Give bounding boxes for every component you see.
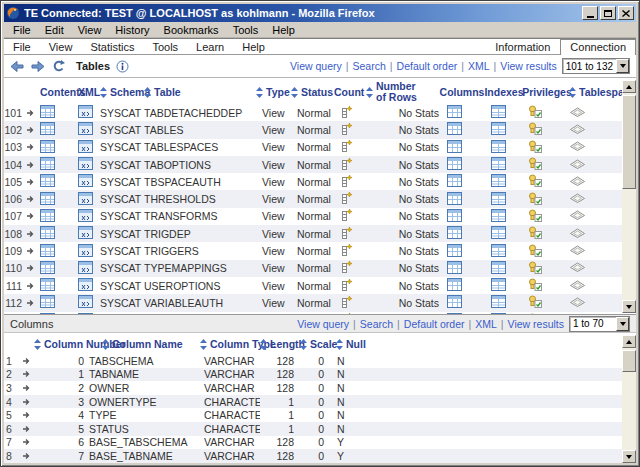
count-icon[interactable] (334, 192, 366, 206)
columns-icon[interactable] (441, 122, 483, 137)
contents-icon[interactable] (38, 209, 78, 224)
sort-icon[interactable] (300, 339, 307, 350)
count-icon[interactable] (334, 244, 366, 258)
xml-icon[interactable] (78, 192, 100, 207)
row-open-arrow-icon[interactable] (22, 107, 38, 119)
count-icon[interactable] (334, 175, 366, 189)
indexes-icon[interactable] (483, 209, 525, 224)
column-header[interactable]: Count (334, 86, 366, 98)
row-open-arrow-icon[interactable] (18, 409, 34, 421)
privileges-icon[interactable] (525, 192, 569, 207)
row-open-arrow-icon[interactable] (18, 355, 34, 367)
dropdown-button[interactable] (616, 59, 629, 73)
indexes-icon[interactable] (483, 122, 525, 137)
indexes-icon[interactable] (483, 244, 525, 259)
tablespace-icon[interactable] (569, 279, 626, 293)
count-icon[interactable] (334, 209, 366, 223)
column-header[interactable]: Column Name (102, 338, 200, 350)
column-header[interactable]: Tablespace (569, 86, 626, 98)
count-icon[interactable] (334, 261, 366, 275)
privileges-icon[interactable] (525, 295, 569, 310)
app-menu-item[interactable]: File (4, 40, 40, 54)
scrollbar-thumb[interactable] (622, 95, 636, 189)
app-menu-item[interactable]: View (40, 40, 82, 54)
row-open-arrow-icon[interactable] (22, 245, 38, 257)
column-header[interactable]: Scale (300, 338, 336, 350)
table-row[interactable]: 105 SYSCAT TBSPACEAUTH View N (4, 173, 626, 190)
scrollbar-thumb[interactable] (622, 350, 636, 372)
row-open-arrow-icon[interactable] (18, 436, 34, 448)
tablespace-icon[interactable] (569, 227, 626, 241)
xml-icon[interactable] (78, 209, 100, 224)
xml-icon[interactable] (78, 261, 100, 276)
sort-icon[interactable] (291, 87, 298, 98)
privileges-icon[interactable] (525, 174, 569, 189)
contents-icon[interactable] (38, 174, 78, 189)
columns-icon[interactable] (441, 244, 483, 259)
row-open-arrow-icon[interactable] (18, 382, 34, 394)
row-open-arrow-icon[interactable] (18, 396, 34, 408)
columns-icon[interactable] (441, 278, 483, 293)
columns-icon[interactable] (441, 226, 483, 241)
columns-icon[interactable] (441, 174, 483, 189)
column-header[interactable]: Indexes (483, 86, 525, 98)
action-link[interactable]: Default order (404, 318, 475, 330)
browser-menu-item[interactable]: Help (265, 23, 302, 37)
count-icon[interactable] (334, 296, 366, 310)
xml-icon[interactable] (78, 174, 100, 189)
back-button[interactable] (10, 61, 24, 72)
table-row[interactable]: 112 SYSCAT VARIABLEAUTH View (4, 294, 626, 311)
column-header[interactable]: Column Number (34, 338, 102, 350)
column-header[interactable]: XML (78, 86, 100, 98)
action-link[interactable]: Search (353, 60, 397, 72)
maximize-button[interactable] (600, 6, 616, 20)
table-row[interactable]: 111 SYSCAT USEROPTIONS View N (4, 277, 626, 294)
tablespace-icon[interactable] (569, 261, 626, 275)
contents-icon[interactable] (38, 295, 78, 310)
count-icon[interactable] (334, 123, 366, 137)
row-open-arrow-icon[interactable] (22, 176, 38, 188)
tablespace-icon[interactable] (569, 106, 626, 120)
table-row[interactable]: 107 SYSCAT TRANSFORMS View No (4, 208, 626, 225)
app-menu-item[interactable]: Tools (143, 40, 187, 54)
xml-icon[interactable] (78, 226, 100, 241)
row-open-arrow-icon[interactable] (22, 297, 38, 309)
count-icon[interactable] (334, 227, 366, 241)
browser-menu-item[interactable]: Edit (38, 23, 71, 37)
row-open-arrow-icon[interactable] (18, 368, 34, 380)
column-header[interactable]: Type (256, 86, 291, 98)
scroll-down-button[interactable] (622, 450, 636, 463)
table-row[interactable]: 101 SYSCAT TABDETACHEDDEP View (4, 104, 626, 121)
column-header[interactable]: Status (291, 86, 334, 98)
table-row[interactable]: 106 SYSCAT THRESHOLDS View No (4, 190, 626, 207)
contents-icon[interactable] (38, 105, 78, 120)
column-header[interactable]: Column Type (200, 338, 260, 350)
indexes-icon[interactable] (483, 295, 525, 310)
browser-menu-item[interactable]: History (108, 23, 156, 37)
column-row[interactable]: 7 6 BASE_TABSCHEMA VARCHAR 128 0 Y (4, 436, 626, 450)
xml-icon[interactable] (78, 122, 100, 137)
indexes-icon[interactable] (483, 105, 525, 120)
action-link[interactable]: View query (297, 318, 360, 330)
column-header[interactable]: Length (260, 338, 300, 350)
column-row[interactable]: 3 2 OWNER VARCHAR 128 0 N (4, 381, 626, 395)
table-row[interactable]: 108 SYSCAT TRIGDEP View Norma (4, 225, 626, 242)
indexes-icon[interactable] (483, 226, 525, 241)
column-header[interactable]: Columns (441, 86, 483, 98)
columns-icon[interactable] (441, 105, 483, 120)
tablespace-icon[interactable] (569, 140, 626, 154)
tablespace-icon[interactable] (569, 123, 626, 137)
xml-icon[interactable] (78, 140, 100, 155)
column-header[interactable]: Table (144, 86, 256, 98)
browser-menu-item[interactable]: View (71, 23, 109, 37)
column-header[interactable]: Schema (100, 86, 144, 98)
sort-icon[interactable] (256, 87, 263, 98)
count-icon[interactable] (334, 140, 366, 154)
columns-icon[interactable] (441, 261, 483, 276)
xml-icon[interactable] (78, 278, 100, 293)
row-open-arrow-icon[interactable] (18, 450, 34, 462)
action-link[interactable]: View query (290, 60, 353, 72)
indexes-icon[interactable] (483, 140, 525, 155)
indexes-icon[interactable] (483, 157, 525, 172)
column-row[interactable]: 8 7 BASE_TABNAME VARCHAR 128 0 Y (4, 449, 626, 463)
